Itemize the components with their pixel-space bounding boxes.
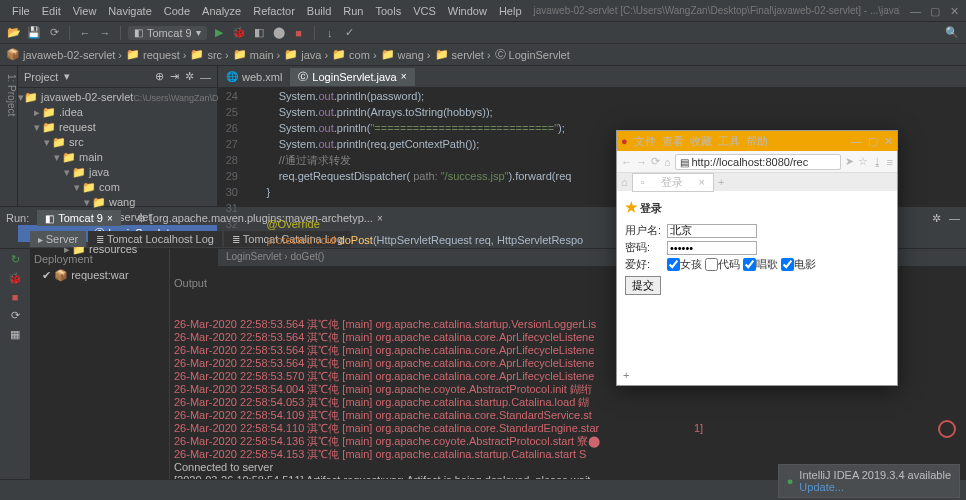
menu-analyze[interactable]: Analyze	[196, 5, 247, 17]
tab-loginservlet[interactable]: Ⓒ LoginServlet.java ×	[290, 68, 414, 86]
menu-run[interactable]: Run	[337, 5, 369, 17]
browser-titlebar[interactable]: ● 文件 查看 收藏 工具 帮助 — ▢ ✕	[617, 131, 897, 151]
bmenu-icon[interactable]: ≡	[887, 156, 893, 168]
save-icon[interactable]: 💾	[26, 25, 42, 41]
cb-sing[interactable]	[743, 258, 756, 271]
cb-movie[interactable]	[781, 258, 794, 271]
bc-wang[interactable]: 📁 wang ›	[381, 48, 431, 61]
menu-vcs[interactable]: VCS	[407, 5, 442, 17]
vcs-update-icon[interactable]: ↓	[322, 25, 338, 41]
bmenu-help[interactable]: 帮助	[746, 134, 768, 149]
url-bar[interactable]: ▤ http://localhost:8080/rec	[675, 154, 841, 170]
collapse-icon[interactable]: ⇥	[170, 70, 179, 83]
open-icon[interactable]: 📂	[6, 25, 22, 41]
run-cfg-tomcat[interactable]: ◧ Tomcat 9 ×	[37, 210, 120, 226]
bmenu-fav[interactable]: 收藏	[690, 134, 712, 149]
tab-server[interactable]: ▸ Server	[30, 231, 86, 247]
coverage-icon[interactable]: ◧	[251, 25, 267, 41]
bstar-icon[interactable]: ☆	[858, 155, 868, 168]
run-icon[interactable]: ▶	[211, 25, 227, 41]
tree-item[interactable]: ▾ 📁 wang	[18, 195, 217, 210]
hide-icon[interactable]: —	[200, 71, 211, 83]
close-icon[interactable]: ✕	[944, 5, 956, 17]
bc-java[interactable]: 📁 java ›	[284, 48, 328, 61]
menu-file[interactable]: File	[6, 5, 36, 17]
forward-icon[interactable]: →	[97, 25, 113, 41]
sync-icon[interactable]: ⟳	[46, 25, 62, 41]
menu-build[interactable]: Build	[301, 5, 337, 17]
pin-indicator-icon[interactable]	[938, 420, 956, 438]
cb-movie-lbl: 电影	[794, 257, 816, 272]
cb-girl[interactable]	[667, 258, 680, 271]
menu-code[interactable]: Code	[158, 5, 196, 17]
menu-view[interactable]: View	[67, 5, 103, 17]
new-tab-icon[interactable]: +	[714, 176, 728, 188]
stop-run-icon[interactable]: ■	[12, 291, 19, 303]
bclose-icon[interactable]: ✕	[884, 135, 893, 148]
bdl-icon[interactable]: ⭳	[872, 156, 883, 168]
tree-item[interactable]: ▾ 📁 javaweb-02-servlet C:\Users\WangZan\…	[18, 90, 217, 105]
add-tab-icon[interactable]: +	[623, 369, 629, 381]
locate-icon[interactable]: ⊕	[155, 70, 164, 83]
update-icon[interactable]: ⟳	[11, 309, 20, 322]
menu-edit[interactable]: Edit	[36, 5, 67, 17]
artifact-name[interactable]: request:war	[71, 269, 128, 281]
menu-window[interactable]: Window	[442, 5, 493, 17]
username-label: 用户名:	[625, 223, 667, 238]
menu-tools[interactable]: Tools	[369, 5, 407, 17]
rerun-icon[interactable]: ↻	[11, 253, 20, 266]
profile-icon[interactable]: ⬤	[271, 25, 287, 41]
bc-main[interactable]: 📁 main ›	[233, 48, 281, 61]
menu-refactor[interactable]: Refactor	[247, 5, 301, 17]
bc-class[interactable]: Ⓒ LoginServlet	[495, 47, 570, 62]
bhome-icon[interactable]: ⌂	[664, 156, 671, 168]
bmenu-tools[interactable]: 工具	[718, 134, 740, 149]
tab-localhost-log[interactable]: ≣ Tomcat Localhost Log	[88, 231, 222, 247]
update-notification[interactable]: ● IntelliJ IDEA 2019.3.4 available Updat…	[778, 464, 960, 498]
debug-run-icon[interactable]: 🐞	[8, 272, 22, 285]
bmin-icon[interactable]: —	[851, 135, 862, 148]
tree-item[interactable]: ▾ 📁 src	[18, 135, 217, 150]
menu-help[interactable]: Help	[493, 5, 528, 17]
menu-navigate[interactable]: Navigate	[102, 5, 157, 17]
update-link[interactable]: Update...	[799, 481, 844, 493]
bhome-tab-icon[interactable]: ⌂	[617, 176, 632, 188]
tree-item[interactable]: ▸ 📁 .idea	[18, 105, 217, 120]
submit-button[interactable]: 提交	[625, 276, 661, 295]
minimize-icon[interactable]: —	[904, 5, 916, 17]
notif-title: IntelliJ IDEA 2019.3.4 available	[799, 469, 951, 481]
bgo-icon[interactable]: ➤	[845, 155, 854, 168]
password-input[interactable]	[667, 241, 757, 255]
tree-item[interactable]: ▾ 📁 request	[18, 120, 217, 135]
run-config-select[interactable]: ◧ Tomcat 9 ▾	[128, 26, 207, 40]
bc-module[interactable]: 📁 request ›	[126, 48, 186, 61]
debug-icon[interactable]: 🐞	[231, 25, 247, 41]
browser-tab[interactable]: ▫ 登录×	[632, 173, 714, 192]
search-icon[interactable]: 🔍	[944, 25, 960, 41]
bmenu-file[interactable]: 文件	[634, 134, 656, 149]
bc-com[interactable]: 📁 com ›	[332, 48, 376, 61]
breload-icon[interactable]: ⟳	[651, 155, 660, 168]
bmax-icon[interactable]: ▢	[868, 135, 878, 148]
bback-icon[interactable]: ←	[621, 156, 632, 168]
tree-item[interactable]: ▾ 📁 java	[18, 165, 217, 180]
back-icon[interactable]: ←	[77, 25, 93, 41]
bc-root[interactable]: 📦 javaweb-02-servlet ›	[6, 48, 122, 61]
bc-src[interactable]: 📁 src ›	[190, 48, 228, 61]
tab-webxml[interactable]: 🌐 web.xml	[218, 69, 290, 85]
hobby-label: 爱好:	[625, 257, 667, 272]
tree-item[interactable]: ▾ 📁 com	[18, 180, 217, 195]
username-input[interactable]	[667, 224, 757, 238]
left-tool-tabs[interactable]: 1: Project	[0, 66, 18, 206]
bc-servlet[interactable]: 📁 servlet ›	[435, 48, 491, 61]
tree-item[interactable]: ▾ 📁 main	[18, 150, 217, 165]
cb-code[interactable]	[705, 258, 718, 271]
bfwd-icon[interactable]: →	[636, 156, 647, 168]
vcs-commit-icon[interactable]: ✓	[342, 25, 358, 41]
settings-icon[interactable]: ✲	[185, 70, 194, 83]
stop-icon[interactable]: ■	[291, 25, 307, 41]
maximize-icon[interactable]: ▢	[924, 5, 936, 17]
bmenu-view[interactable]: 查看	[662, 134, 684, 149]
layout-icon[interactable]: ▦	[10, 328, 20, 341]
run-label: Run:	[6, 212, 29, 224]
